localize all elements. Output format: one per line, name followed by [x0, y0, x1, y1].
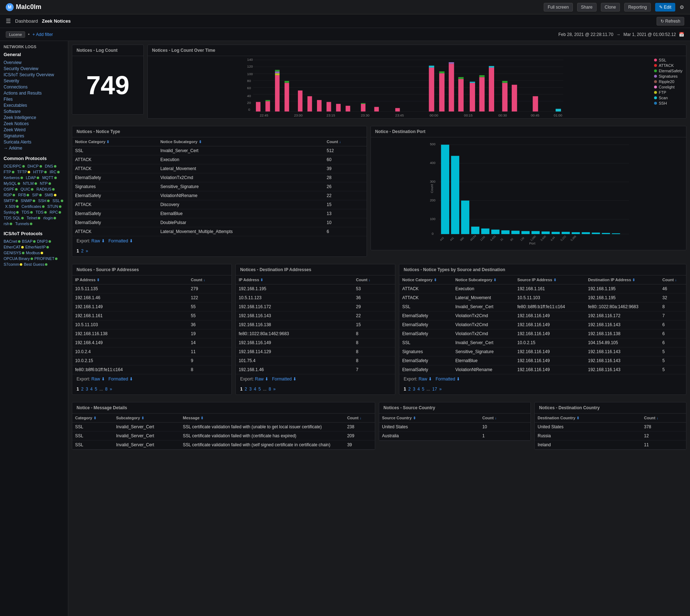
page-2-notice-type[interactable]: 2	[81, 248, 84, 254]
protocol-item[interactable]: HTTP	[33, 170, 47, 174]
msg-cat-col[interactable]: Category ⇕	[72, 414, 113, 423]
src-count-col[interactable]: Count ↓	[188, 275, 231, 284]
nts-page-2[interactable]: 2	[408, 387, 411, 392]
icsiot-protocol-item[interactable]: EtherCAT	[4, 245, 24, 249]
notice-type-export-formatted[interactable]: Formatted ⬇	[109, 238, 133, 243]
edit-button[interactable]: ✎ Edit	[655, 3, 675, 12]
src-page-4[interactable]: 4	[90, 387, 93, 392]
protocol-item[interactable]: IRC	[50, 170, 60, 174]
reporting-button[interactable]: Reporting	[624, 3, 651, 12]
sidebar-link[interactable]: Connections	[4, 85, 64, 90]
src-ip-export-raw[interactable]: Raw ⬇	[91, 377, 105, 382]
src-page-5[interactable]: 5	[95, 387, 97, 392]
protocol-item[interactable]: Tunnels	[15, 222, 32, 226]
msg-message-col[interactable]: Message ⇕	[180, 414, 344, 423]
dst-page-5[interactable]: 5	[258, 387, 261, 392]
protocol-item[interactable]: TDS	[22, 210, 33, 214]
src-country-count-col[interactable]: Count ↓	[479, 414, 530, 423]
protocol-item[interactable]: MySQL	[4, 181, 20, 186]
src-page-3[interactable]: 3	[86, 387, 88, 392]
dst-country-col[interactable]: Destination Country ⇕	[535, 414, 641, 423]
sidebar-link[interactable]: Zeek Intelligence	[4, 115, 64, 120]
icsiot-protocol-item[interactable]: PROFINET	[34, 256, 58, 261]
clone-button[interactable]: Clone	[601, 3, 620, 12]
kql-selector[interactable]: Lucene	[6, 31, 25, 38]
settings-icon[interactable]: ⚙	[680, 4, 684, 10]
protocol-item[interactable]: SMB	[45, 193, 56, 197]
dashboard-breadcrumb[interactable]: Dashboard	[15, 18, 38, 24]
icsiot-protocol-item[interactable]: EtherNet/IP	[25, 245, 49, 249]
calendar-icon[interactable]: 📅	[679, 32, 684, 37]
protocol-item[interactable]: SMTP	[4, 199, 18, 203]
dst-ip-export-formatted[interactable]: Formatted ⬇	[272, 377, 296, 382]
protocol-item[interactable]: Kerberos	[4, 175, 23, 180]
protocol-item[interactable]: SNMP	[21, 199, 36, 203]
protocol-item[interactable]: rsh	[4, 222, 12, 226]
notice-type-export-raw[interactable]: Raw ⬇	[91, 238, 105, 243]
nts-page-next[interactable]: »	[439, 387, 442, 392]
icsiot-protocol-item[interactable]: BSAP	[22, 239, 36, 243]
dst-page-4[interactable]: 4	[254, 387, 256, 392]
msg-count-col[interactable]: Count ↓	[344, 414, 375, 423]
sidebar-link[interactable]: Security Overview	[4, 66, 64, 71]
nts-cat-col[interactable]: Notice Category ⇕	[399, 275, 452, 284]
protocol-item[interactable]: TDS	[36, 210, 47, 214]
nts-dst-col[interactable]: Destination IP Address ⇕	[585, 275, 659, 284]
nts-src-col[interactable]: Source IP Address ⇕	[515, 275, 585, 284]
col-notice-category[interactable]: Notice Category ⇕	[72, 137, 157, 146]
protocol-item[interactable]: NTLM	[23, 181, 37, 186]
icsiot-protocol-item[interactable]: DNP3	[37, 239, 51, 243]
dst-page-next[interactable]: »	[273, 387, 276, 392]
protocol-item[interactable]: X.509	[5, 204, 19, 209]
sidebar-link[interactable]: Zeek Notices	[4, 121, 64, 126]
col-notice-subcategory[interactable]: Notice Subcategory ⇕	[157, 137, 324, 146]
protocol-item[interactable]: RPC	[50, 210, 61, 214]
dst-ip-export-raw[interactable]: Raw ⬇	[255, 377, 268, 382]
protocol-item[interactable]: RFB	[18, 193, 29, 197]
col-count[interactable]: Count ↓	[324, 137, 367, 146]
sidebar-link[interactable]: Actions and Results	[4, 91, 64, 96]
src-ip-export-formatted[interactable]: Formatted ⬇	[109, 377, 133, 382]
page-next-notice-type[interactable]: »	[86, 248, 88, 254]
protocol-item[interactable]: QUIC	[20, 187, 34, 191]
protocol-item[interactable]: TFTP	[17, 170, 31, 174]
icsiot-protocol-item[interactable]: Modbus	[26, 251, 43, 255]
protocol-item[interactable]: Telnet	[27, 216, 40, 220]
sidebar-link[interactable]: Severity	[4, 78, 64, 83]
protocol-item[interactable]: SSL	[52, 199, 63, 203]
src-page-next[interactable]: »	[110, 387, 112, 392]
dst-country-count-col[interactable]: Count ↓	[641, 414, 686, 423]
sidebar-link[interactable]: Overview	[4, 60, 64, 65]
nts-export-raw[interactable]: Raw ⬇	[419, 377, 432, 382]
msg-subcat-col[interactable]: Subcategory ⇕	[113, 414, 180, 423]
dst-ip-col[interactable]: IP Address ⇕	[236, 275, 353, 284]
add-filter-button[interactable]: + Add filter	[32, 32, 53, 37]
fullscreen-button[interactable]: Full screen	[544, 3, 573, 12]
refresh-button[interactable]: ↻ Refresh	[657, 17, 684, 26]
nts-page-17[interactable]: 17	[432, 387, 437, 392]
protocol-item[interactable]: LDAP	[26, 175, 40, 180]
nts-page-5[interactable]: 5	[422, 387, 424, 392]
sidebar-link[interactable]: Files	[4, 97, 64, 102]
src-page-2[interactable]: 2	[81, 387, 84, 392]
dst-count-col[interactable]: Count ↓	[353, 275, 395, 284]
sidebar-link[interactable]: Executables	[4, 103, 64, 108]
src-country-col[interactable]: Source Country ⇕	[379, 414, 479, 423]
protocol-item[interactable]: TDS SQL	[4, 216, 24, 220]
nts-page-4[interactable]: 4	[417, 387, 420, 392]
sidebar-link[interactable]: ICS/IoT Security Overview	[4, 72, 64, 77]
protocol-item[interactable]: DCE/RPC	[4, 164, 25, 168]
page-1-notice-type[interactable]: 1	[77, 248, 79, 254]
protocol-item[interactable]: MQTT	[42, 175, 56, 180]
sidebar-link[interactable]: Suricata Alerts	[4, 140, 64, 145]
nts-subcat-col[interactable]: Notice Subcategory ⇕	[452, 275, 515, 284]
icsiot-protocol-item[interactable]: Best Guess	[24, 262, 47, 266]
icsiot-protocol-item[interactable]: S7comm	[4, 262, 22, 266]
dst-page-8[interactable]: 8	[269, 387, 271, 392]
nts-page-1[interactable]: 1	[404, 387, 406, 392]
icsiot-protocol-item[interactable]: OPCUA Binary	[4, 256, 33, 261]
protocol-item[interactable]: DNS	[45, 164, 56, 168]
protocol-item[interactable]: FTP	[4, 170, 14, 174]
nts-export-formatted[interactable]: Formatted ⬇	[436, 377, 460, 382]
protocol-item[interactable]: STUN	[47, 204, 61, 209]
